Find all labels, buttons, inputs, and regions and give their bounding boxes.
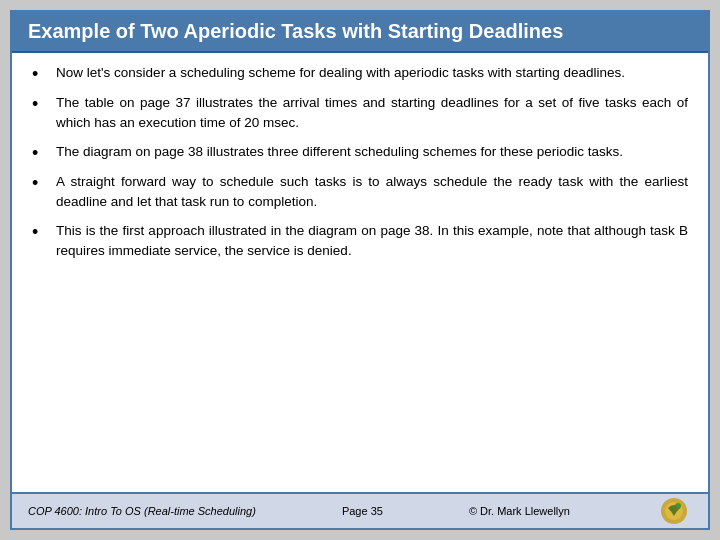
list-item: • A straight forward way to schedule suc…	[32, 172, 688, 211]
list-item: • The diagram on page 38 illustrates thr…	[32, 142, 688, 162]
list-item: • Now let's consider a scheduling scheme…	[32, 63, 688, 83]
bullet-dot: •	[32, 144, 48, 162]
bullet-text: A straight forward way to schedule such …	[56, 172, 688, 211]
bullet-text: This is the first approach illustrated i…	[56, 221, 688, 260]
bullet-dot: •	[32, 174, 48, 192]
slide-content: • Now let's consider a scheduling scheme…	[12, 53, 708, 492]
bullet-text: Now let's consider a scheduling scheme f…	[56, 63, 688, 83]
slide: Example of Two Aperiodic Tasks with Star…	[10, 10, 710, 530]
footer-logo	[656, 496, 692, 526]
bullet-dot: •	[32, 65, 48, 83]
slide-footer: COP 4600: Intro To OS (Real-time Schedul…	[12, 492, 708, 528]
footer-page: Page 35	[342, 505, 383, 517]
footer-course: COP 4600: Intro To OS (Real-time Schedul…	[28, 505, 256, 517]
svg-point-2	[675, 503, 681, 509]
bullet-dot: •	[32, 95, 48, 113]
slide-title: Example of Two Aperiodic Tasks with Star…	[12, 12, 708, 53]
bullet-dot: •	[32, 223, 48, 241]
footer-copyright: © Dr. Mark Llewellyn	[469, 505, 570, 517]
list-item: • The table on page 37 illustrates the a…	[32, 93, 688, 132]
list-item: • This is the first approach illustrated…	[32, 221, 688, 260]
bullet-text: The diagram on page 38 illustrates three…	[56, 142, 688, 162]
bullet-text: The table on page 37 illustrates the arr…	[56, 93, 688, 132]
